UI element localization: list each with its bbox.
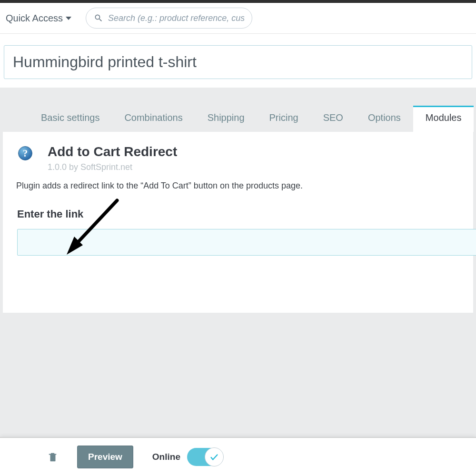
tabs-list: Basic settings Combinations Shipping Pri… [29, 106, 476, 132]
online-group: Online [152, 448, 223, 466]
online-toggle[interactable] [187, 448, 223, 466]
preview-button[interactable]: Preview [77, 446, 133, 468]
search-icon [94, 13, 103, 23]
form-block: Enter the link [13, 208, 473, 256]
search-box[interactable] [86, 8, 252, 29]
check-icon [209, 452, 219, 462]
tab-pricing[interactable]: Pricing [257, 106, 311, 132]
tab-basic-settings[interactable]: Basic settings [29, 106, 112, 132]
tab-combinations[interactable]: Combinations [112, 106, 195, 132]
tab-shipping[interactable]: Shipping [195, 106, 257, 132]
svg-text:?: ? [23, 148, 28, 159]
footer: Preview Online [0, 437, 476, 476]
trash-icon[interactable] [48, 451, 58, 463]
tab-options[interactable]: Options [356, 106, 413, 132]
link-field-label: Enter the link [17, 208, 473, 220]
caret-down-icon [66, 17, 71, 20]
tabs-container: Basic settings Combinations Shipping Pri… [0, 88, 476, 476]
toggle-knob [205, 447, 224, 466]
online-label: Online [152, 452, 180, 462]
top-bar: Quick Access [0, 3, 476, 34]
module-panel: ? Add to Cart Redirect 1.0.0 by SoftSpri… [3, 132, 473, 313]
module-title: Add to Cart Redirect [48, 144, 473, 159]
module-meta: 1.0.0 by SoftSprint.net [48, 162, 473, 172]
title-section [0, 34, 476, 88]
quick-access-label: Quick Access [6, 13, 63, 24]
search-input[interactable] [108, 13, 244, 23]
quick-access-menu[interactable]: Quick Access [6, 13, 86, 24]
tab-modules[interactable]: Modules [413, 106, 474, 132]
product-title-input[interactable] [4, 45, 472, 79]
tab-seo[interactable]: SEO [311, 106, 356, 132]
help-icon[interactable]: ? [17, 145, 33, 161]
redirect-link-input[interactable] [17, 229, 476, 256]
module-description: Plugin adds a redirect link to the “Add … [16, 181, 473, 191]
module-header: Add to Cart Redirect 1.0.0 by SoftSprint… [48, 144, 473, 172]
